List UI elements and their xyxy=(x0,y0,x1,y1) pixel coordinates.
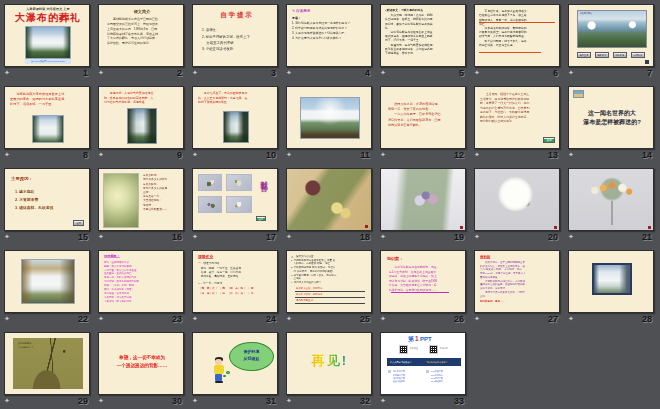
slide-meta: ✦4 xyxy=(286,67,372,80)
transition-icon[interactable]: ✦ xyxy=(474,68,480,77)
boy-shirt xyxy=(214,365,224,374)
link-bullet xyxy=(388,370,391,373)
slide-cell-29: 假如瀑布有知， 它会说些什么？还我生命之水！✦29 xyxy=(4,332,90,408)
transition-icon[interactable]: ✦ xyxy=(286,68,292,77)
slide-number: 26 xyxy=(454,314,464,324)
return-button[interactable]: 返回 xyxy=(543,137,555,143)
photo-caption: 伊瓜苏大瀑布 xyxy=(580,12,606,15)
slide-thumbnail[interactable] xyxy=(474,168,560,231)
transition-icon[interactable]: ✦ xyxy=(4,396,10,405)
slide-thumbnail[interactable]: 三、按课文内容填空 1. 塞特凯达斯瀑布曾经是世界上 流量 最 大的瀑布，后来逐… xyxy=(286,250,372,313)
slide-thumbnail[interactable] xyxy=(4,250,90,313)
transition-icon[interactable]: ✦ xyxy=(474,314,480,323)
slide-meta: ✦11 xyxy=(286,149,372,162)
slide-thumbnail[interactable]: 然而几年之后，大瀑布逐渐枯竭， 奄奄一息，失去了昔日的光彩。 一九八六年夏季，它… xyxy=(380,86,466,149)
slide-thumbnail[interactable]: 词语解释：葬礼：安葬死者的礼仪。 咆哮：形容水流奔腾轰鸣。 一泻千里：形容江河水… xyxy=(98,250,184,313)
transition-icon[interactable]: ✦ xyxy=(4,68,10,77)
slide-thumbnail[interactable]: 第1PPT扫码关注扫码进群怎么从网站下载模板？下载的模板如何使用？图片素材下载 … xyxy=(380,332,466,395)
question-text: 这一闻名世界的大 瀑布是怎样被葬送的? xyxy=(573,109,651,127)
slide-cell-16: 有多少眼泪， 流不尽多少人的怀念。 有多少鲜花， 寄托了多少人的哀思。 山河， … xyxy=(98,168,184,244)
answer-line xyxy=(295,297,365,298)
transition-icon[interactable]: ✦ xyxy=(380,314,386,323)
transition-icon[interactable]: ✦ xyxy=(192,68,198,77)
transition-icon[interactable]: ✦ xyxy=(4,150,10,159)
slide-thumbnail[interactable]: ✎ 自读思考导读：1. 塞特凯达斯大瀑布曾经是一条怎样的瀑布？ 2. 科学家们预… xyxy=(286,4,372,67)
slide-number: 27 xyxy=(548,314,558,324)
slide-thumbnail[interactable]: 每逢汛期，大瀑布气势更加雄伟壮 观，世界各地的游客纷纷慕名而来，人 们为它的气势… xyxy=(98,86,184,149)
slide-thumbnail[interactable]: 课堂作业一、读准下列词语 葬礼 咆哮 一泻千里 生命垂危 枯竭 哀悼 奄奄一息 … xyxy=(192,250,278,313)
nav-button[interactable]: 雄伟壮观 xyxy=(577,52,591,58)
slide-thumbnail[interactable] xyxy=(568,250,654,313)
transition-icon[interactable]: ✦ xyxy=(474,232,480,241)
transition-icon[interactable]: ✦ xyxy=(286,150,292,159)
slide-thumbnail[interactable]: 有多少眼泪， 流不尽多少人的怀念。 有多少鲜花， 寄托了多少人的哀思。 山河， … xyxy=(98,168,184,231)
exercise-two-label: 二、比一比，再组词 xyxy=(198,281,248,285)
slide-thumbnail[interactable]: 瀑布飞流直下，发出的巨响震耳欲 聋，几公里外也能听到；水雾飞溅，在 阳光下形成美… xyxy=(192,86,278,149)
transition-icon[interactable]: ✦ xyxy=(98,314,104,323)
slide-heading: 知识窗： xyxy=(387,256,417,261)
transition-icon[interactable]: ✦ xyxy=(286,396,292,405)
return-button[interactable]: 返回 xyxy=(73,220,84,226)
body-text: 可是近年来，瀑布的水量逐渐减少， 它在群山之中无奈地低下了头，像生命 垂危的老人… xyxy=(479,9,558,47)
slide-meta: ✦16 xyxy=(98,231,184,244)
slide-thumbnail[interactable]: 资料袋 伊瓜苏瀑布，位于巴西和阿根廷交界 的伊瓜苏河上，是世界上最宽的瀑布，被 … xyxy=(474,250,560,313)
transition-icon[interactable]: ✦ xyxy=(380,232,386,241)
slide-thumbnail[interactable]: 课文简介 塞特凯达斯大瀑布位于巴西和巴拉 圭两国交界的巴拉那河上，曾经是世界 上… xyxy=(98,4,184,67)
transition-icon[interactable]: ✦ xyxy=(568,68,574,77)
transition-icon[interactable]: ✦ xyxy=(4,232,10,241)
slide-thumbnail[interactable]: 土著居民，祖祖辈辈在这片土地上 生活繁衍。瀑布滋养着两岸的森林和田 野，也养育了… xyxy=(474,86,560,149)
slide-thumbnail[interactable]: 人教新课标版 六年级语文 上册大瀑布的葬礼第一PPT模板网 WWW.1PPT.C… xyxy=(4,4,90,67)
slide-thumbnail[interactable]: 保护环境 从我做起 xyxy=(192,332,278,395)
transition-icon[interactable]: ✦ xyxy=(474,150,480,159)
nav-button[interactable]: 滔滔不绝 xyxy=(613,52,627,58)
slide-thumbnail[interactable]: 再见! xyxy=(286,332,372,395)
transition-icon[interactable]: ✦ xyxy=(568,314,574,323)
flower-photo xyxy=(226,196,252,213)
transition-icon[interactable]: ✦ xyxy=(192,232,198,241)
slide-number: 28 xyxy=(642,314,652,324)
transition-icon[interactable]: ✦ xyxy=(192,396,198,405)
body-text: 伊瓜苏瀑布，位于巴西和阿根廷交界 的伊瓜苏河上，是世界上最宽的瀑布，被 誉为“南… xyxy=(480,260,559,298)
slide-thumbnail[interactable]: 献花台返回 xyxy=(192,168,278,231)
transition-icon[interactable]: ✦ xyxy=(380,68,386,77)
goodbye-text: 再见! xyxy=(287,352,372,370)
slide-thumbnail[interactable] xyxy=(380,168,466,231)
transition-icon[interactable]: ✦ xyxy=(98,232,104,241)
slide-thumbnail[interactable]: 主要原因：1. 建水电站 2. 水资源浪费 3. 破坏森林、乱砍滥伐返回 xyxy=(4,168,90,231)
slide-thumbnail[interactable] xyxy=(568,168,654,231)
slide-thumbnail[interactable]: 塞特凯达斯大瀑布曾经是世界上流 量最大的瀑布，汹涌的河水紧贴悬崖咆 哮而下，滔滔… xyxy=(4,86,90,149)
slide-thumbnail[interactable]: 希望，这一切不幸成为 一个遥远遥远的背影…… xyxy=(98,332,184,395)
transition-icon[interactable]: ✦ xyxy=(380,150,386,159)
transition-icon[interactable]: ✦ xyxy=(286,232,292,241)
slide-meta: ✦2 xyxy=(98,67,184,80)
transition-icon[interactable]: ✦ xyxy=(568,232,574,241)
slide-thumbnail[interactable]: ▪ 默读课文，了解大瀑布的过去 大家哭吧，流泪吧！几天前，我刚 从巴西回来。在那… xyxy=(380,4,466,67)
transition-icon[interactable]: ✦ xyxy=(286,314,292,323)
slide-thumbnail[interactable] xyxy=(286,168,372,231)
bubble-small xyxy=(223,375,226,377)
slide-thumbnail[interactable]: 可是近年来，瀑布的水量逐渐减少， 它在群山之中无奈地低下了头，像生命 垂危的老人… xyxy=(474,4,560,67)
transition-icon[interactable]: ✦ xyxy=(568,150,574,159)
slide-cell-11: ✦11 xyxy=(286,86,372,162)
nav-button[interactable]: 一泻千里 xyxy=(631,52,645,58)
transition-icon[interactable]: ✦ xyxy=(98,396,104,405)
slide-thumbnail[interactable]: 假如瀑布有知， 它会说些什么？还我生命之水！ xyxy=(4,332,90,395)
slide-thumbnail[interactable] xyxy=(286,86,372,149)
slide-thumbnail[interactable]: 自 学 提 示1. 读课文。 2. 标出不理解的字词，联系上下 文或查工具书理解… xyxy=(192,4,278,67)
return-button[interactable]: 返回 xyxy=(256,216,266,221)
transition-icon[interactable]: ✦ xyxy=(4,314,10,323)
slide-sorter-canvas: 人教新课标版 六年级语文 上册大瀑布的葬礼第一PPT模板网 WWW.1PPT.C… xyxy=(0,0,660,409)
transition-icon[interactable]: ✦ xyxy=(192,314,198,323)
exercise-two: （葬 藏）安（ ）葬 （哮 孝）咆（ ）哮 （竭 揭）枯（ ）竭 （悼 掉）哀（… xyxy=(199,286,277,295)
poem-text: 有多少眼泪， 流不尽多少人的怀念。 有多少鲜花， 寄托了多少人的哀思。 山河， … xyxy=(143,173,183,211)
transition-icon[interactable]: ✦ xyxy=(192,150,198,159)
transition-icon[interactable]: ✦ xyxy=(380,396,386,405)
transition-icon[interactable]: ✦ xyxy=(98,68,104,77)
nav-button-label: 咆哮而下 xyxy=(598,54,607,57)
slide-thumbnail[interactable]: 伊瓜苏大瀑布雄伟壮观咆哮而下滔滔不绝一泻千里 xyxy=(568,4,654,67)
slide-meta: ✦28 xyxy=(568,313,654,326)
nav-button[interactable]: 咆哮而下 xyxy=(595,52,609,58)
slide-thumbnail[interactable]: 这一闻名世界的大 瀑布是怎样被葬送的? xyxy=(568,86,654,149)
transition-icon[interactable]: ✦ xyxy=(98,150,104,159)
slide-thumbnail[interactable]: 知识窗： 塞特凯达斯瀑布在鼎盛时期，流量 达1万立方米/秒，曾是世界上流量最大 … xyxy=(380,250,466,313)
